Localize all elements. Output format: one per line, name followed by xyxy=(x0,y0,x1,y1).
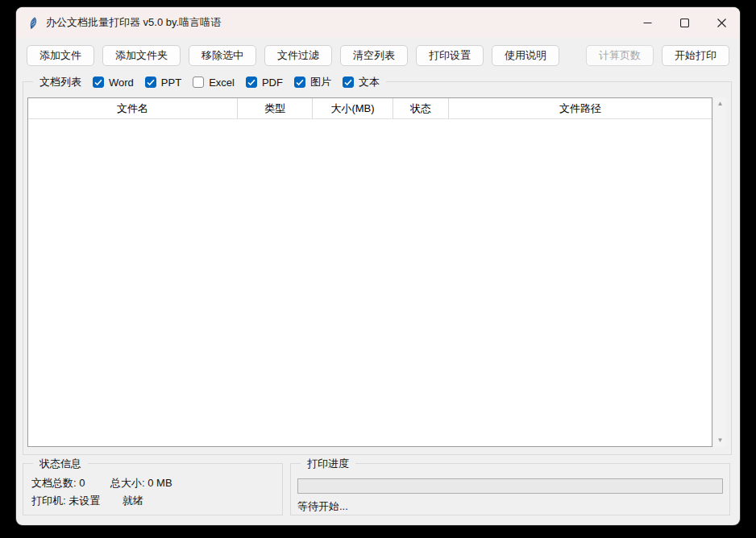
add-file-button[interactable]: 添加文件 xyxy=(27,45,94,66)
tk-feather-icon xyxy=(26,16,39,29)
filter-label: Word xyxy=(109,77,134,89)
window-controls xyxy=(629,7,740,38)
filter-label: Excel xyxy=(209,77,235,89)
checkbox-icon xyxy=(193,77,204,88)
scroll-up-icon[interactable]: ▲ xyxy=(717,97,724,110)
filter-checkbox-text[interactable]: 文本 xyxy=(343,75,380,89)
checkbox-icon xyxy=(145,77,156,88)
filter-label: 图片 xyxy=(310,75,331,89)
print-progress-legend: 打印进度 xyxy=(301,456,355,472)
status-info-label: 状态信息 xyxy=(39,457,81,471)
close-icon xyxy=(717,19,726,27)
filter-checkbox-excel[interactable]: Excel xyxy=(193,77,235,89)
print-settings-button[interactable]: 打印设置 xyxy=(416,45,484,66)
minimize-icon xyxy=(643,19,652,27)
count-pages-button[interactable]: 计算页数 xyxy=(586,45,654,66)
total-size-text: 总大小: 0 MB xyxy=(110,476,172,490)
printer-text: 打印机: 未设置 xyxy=(31,494,100,508)
status-info-group: 状态信息 文档总数: 0 总大小: 0 MB 打印机: 未设置 就绪 xyxy=(23,463,283,515)
window-title: 办公文档批量打印器 v5.0 by.喵言喵语 xyxy=(46,15,221,30)
vertical-scrollbar[interactable]: ▲ ▼ xyxy=(714,97,726,447)
print-progress-group: 打印进度 等待开始... xyxy=(290,463,730,515)
scroll-down-icon[interactable]: ▼ xyxy=(717,434,724,447)
start-print-button[interactable]: 开始打印 xyxy=(662,45,729,66)
checkbox-icon xyxy=(294,77,305,88)
filter-checkbox-ppt[interactable]: PPT xyxy=(145,77,181,89)
column-header-type[interactable]: 类型 xyxy=(238,98,313,118)
maximize-icon xyxy=(680,19,689,27)
document-list-legend: 文档列表 Word PPT Excel PDF 图片 xyxy=(33,74,386,90)
file-table[interactable]: 文件名 类型 大小(MB) 状态 文件路径 xyxy=(27,97,712,447)
toolbar: 添加文件 添加文件夹 移除选中 文件过滤 清空列表 打印设置 使用说明 计算页数… xyxy=(27,45,729,66)
remove-selected-button[interactable]: 移除选中 xyxy=(189,45,256,66)
add-folder-button[interactable]: 添加文件夹 xyxy=(102,45,181,66)
filter-checkbox-image[interactable]: 图片 xyxy=(294,75,331,89)
status-info-legend: 状态信息 xyxy=(33,456,88,472)
titlebar: 办公文档批量打印器 v5.0 by.喵言喵语 xyxy=(16,7,740,38)
app-window: 办公文档批量打印器 v5.0 by.喵言喵语 添加文件 添加文件夹 移除选中 文… xyxy=(16,7,740,525)
column-header-filepath[interactable]: 文件路径 xyxy=(449,98,712,118)
usage-help-button[interactable]: 使用说明 xyxy=(492,45,559,66)
filter-checkbox-word[interactable]: Word xyxy=(93,77,134,89)
ready-state-text: 就绪 xyxy=(123,494,143,508)
file-filter-button[interactable]: 文件过滤 xyxy=(264,45,332,66)
print-progress-label: 打印进度 xyxy=(307,457,349,471)
column-header-size[interactable]: 大小(MB) xyxy=(313,98,393,118)
minimize-button[interactable] xyxy=(629,7,666,38)
checkbox-icon xyxy=(93,77,104,88)
checkbox-icon xyxy=(343,77,354,88)
checkbox-icon xyxy=(246,77,257,88)
column-header-status[interactable]: 状态 xyxy=(393,98,449,118)
clear-list-button[interactable]: 清空列表 xyxy=(340,45,408,66)
progress-bar xyxy=(297,478,723,494)
file-table-header: 文件名 类型 大小(MB) 状态 文件路径 xyxy=(28,98,712,119)
document-list-label: 文档列表 xyxy=(39,75,81,89)
filter-label: PPT xyxy=(161,77,181,89)
filter-checkbox-pdf[interactable]: PDF xyxy=(246,77,283,89)
filter-label: PDF xyxy=(262,77,283,89)
filter-label: 文本 xyxy=(359,75,380,89)
close-button[interactable] xyxy=(703,7,740,38)
column-header-filename[interactable]: 文件名 xyxy=(28,98,238,118)
doc-count-text: 文档总数: 0 xyxy=(31,476,85,490)
maximize-button[interactable] xyxy=(666,7,703,38)
progress-status-text: 等待开始... xyxy=(297,499,348,514)
